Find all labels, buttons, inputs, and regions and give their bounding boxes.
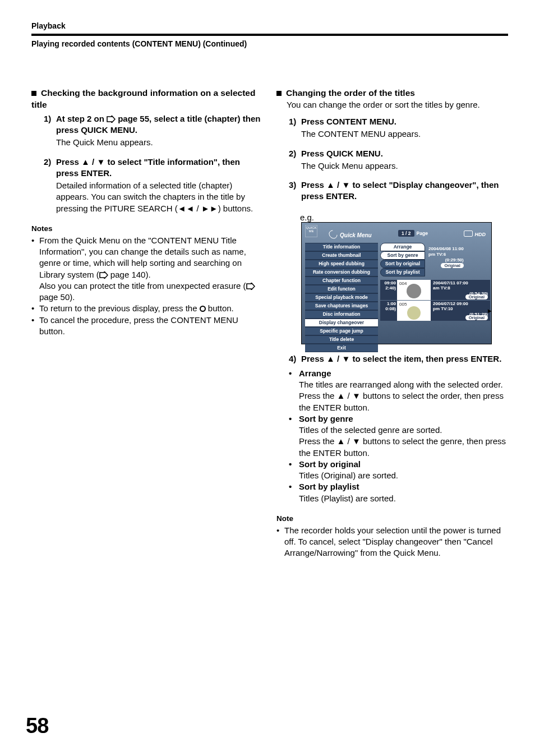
square-bullet-icon — [276, 91, 282, 96]
example-label: e.g. — [300, 213, 314, 222]
svg-point-2 — [407, 306, 421, 320]
thumb-info: 2004/06/08 11:00pm TV:6(0:29:50)Original — [428, 246, 464, 268]
step1-part-a: At step 2 on — [56, 114, 107, 123]
quick-menu-badge-icon: QUICKME — [305, 225, 317, 237]
menu-item: Specific page jump — [305, 327, 378, 335]
right-heading: Changing the order of the titles — [276, 87, 508, 99]
menu-item: Special playback mode — [305, 293, 378, 302]
step-number: 2) — [289, 148, 301, 159]
note-item: •The recorder holds your selection until… — [276, 525, 508, 559]
down-triangle-icon: ▼ — [352, 391, 361, 400]
right-step-1: 1)Press CONTENT MENU. The CONTENT MENU a… — [289, 116, 506, 140]
submenu-item-selected: Sort by genre — [380, 251, 425, 260]
note-item: •To cancel the procedure, press the CONT… — [31, 315, 263, 338]
step4-a: Press — [301, 354, 326, 363]
menu-item: Rate conversion dubbing — [305, 268, 378, 276]
step-number: 2) — [44, 156, 56, 179]
step1-text: Press CONTENT MENU. — [301, 116, 506, 127]
menu-item: Save chaptures images — [305, 302, 378, 310]
left-step-2: 2) Press ▲ / ▼ to select "Title informat… — [44, 156, 261, 214]
example-figure: e.g. QUICKME Quick Menu 1 / 2Page HDD Ti… — [300, 210, 508, 344]
page-ref-arrow-icon — [99, 271, 108, 279]
thumbnail-image-icon: 005 — [397, 301, 431, 321]
menu-item: Title information — [305, 243, 378, 251]
up-triangle-icon: ▲ — [326, 354, 335, 363]
menu-item: Chapter function — [305, 276, 378, 285]
right-step-3: 3)Press ▲ / ▼ to select "Display changeo… — [289, 179, 506, 202]
step-number: 1) — [289, 116, 301, 127]
menu-item: Edit functon — [305, 285, 378, 293]
option-genre: •Sort by genreTitles of the selected gen… — [289, 413, 508, 459]
notes-heading: Notes — [31, 224, 263, 233]
submenu-item: Arrange — [380, 243, 425, 251]
columns: Checking the background information on a… — [31, 87, 508, 559]
quick-menu-title: Quick Menu — [329, 231, 372, 238]
step2-part-a: Press — [56, 157, 81, 167]
thumb-row: 09:002:40) 004 2004/07/11 07:00am TV:8(0… — [380, 280, 490, 300]
page: Playback Playing recorded contents (CONT… — [0, 0, 535, 756]
left-column: Checking the background information on a… — [31, 87, 263, 559]
down-triangle-icon: ▼ — [342, 180, 350, 190]
right-triangle-icon: ▶ — [488, 308, 491, 314]
circle-button-icon — [200, 306, 206, 312]
up-triangle-icon: ▲ — [337, 391, 345, 400]
note-heading: Note — [276, 514, 508, 523]
option-original: •Sort by originalTitles (Original) are s… — [289, 459, 508, 482]
menu-item: Exit — [305, 344, 378, 352]
menu-item: High speed dubbing — [305, 260, 378, 268]
note-item: •To return to the previous display, pres… — [31, 303, 263, 314]
left-step-1: 1) At step 2 on page 55, select a title … — [44, 113, 261, 149]
step1-body: The CONTENT MENU appears. — [301, 128, 506, 140]
page-ref-arrow-icon — [107, 116, 116, 123]
menu-item: Create thumbnail — [305, 251, 378, 260]
down-triangle-icon: ▼ — [96, 157, 105, 167]
right-intro: You can change the order or sort the tit… — [287, 99, 508, 110]
page-number: 58 — [26, 714, 48, 738]
menu-item: Title delete — [305, 335, 378, 344]
ffwd-icon: ►► — [201, 204, 218, 213]
quick-menu-list: Title information Create thumbnail High … — [305, 243, 378, 352]
step2-body: The Quick Menu appears. — [301, 160, 506, 172]
page-ref-arrow-icon — [246, 283, 255, 290]
menu-item-selected: Display changeover — [305, 319, 378, 327]
submenu-item: Sort by playlist — [380, 268, 425, 276]
option-playlist: •Sort by playlistTitles (Playlist) are s… — [289, 481, 508, 504]
thumb-row: 1:000:08) 005 2004/07/12 09:00pm TV:10(0… — [380, 301, 490, 321]
step-number: 4) — [289, 353, 301, 365]
left-heading: Checking the background information on a… — [31, 87, 263, 111]
svg-text:005: 005 — [399, 302, 407, 307]
page-counter: 1 / 2Page — [398, 231, 428, 236]
right-heading-text: Changing the order of the titles — [286, 88, 415, 98]
submenu-list: Arrange Sort by genre Sort by original S… — [380, 243, 425, 276]
running-header: Playback — [31, 21, 508, 30]
step4-b: to select the item, then press ENTER. — [350, 354, 501, 363]
step1-body: The Quick Menu appears. — [56, 137, 261, 148]
header-rule — [31, 34, 508, 36]
up-triangle-icon: ▲ — [326, 180, 335, 190]
thumbnail-rows: 09:002:40) 004 2004/07/11 07:00am TV:8(0… — [380, 280, 490, 321]
rewind-icon: ◄◄ — [178, 204, 195, 213]
left-heading-text: Checking the background information on a… — [31, 88, 255, 109]
option-arrange: •ArrangeThe titles are rearranged along … — [289, 368, 508, 413]
hdd-label: HDD — [464, 231, 486, 237]
step-number: 3) — [289, 179, 301, 202]
notes-list: •From the Quick Menu on the "CONTENT MEN… — [31, 235, 263, 337]
page-subtitle: Playing recorded contents (CONTENT MENU)… — [31, 39, 508, 48]
svg-point-0 — [407, 284, 421, 298]
step3-a: Press — [301, 180, 326, 190]
step-number: 1) — [44, 113, 56, 136]
step2-text: Press QUICK MENU. — [301, 148, 506, 159]
thumbnail-image-icon: 004 — [397, 280, 431, 300]
right-step-2: 2)Press QUICK MENU. The Quick Menu appea… — [289, 148, 506, 172]
note-item: •From the Quick Menu on the "CONTENT MEN… — [31, 235, 263, 303]
step2-body: Detailed information of a selected title… — [56, 180, 261, 214]
up-triangle-icon: ▲ — [337, 436, 345, 446]
up-triangle-icon: ▲ — [81, 157, 90, 167]
quick-menu-screenshot: QUICKME Quick Menu 1 / 2Page HDD Title i… — [301, 222, 492, 344]
svg-text:004: 004 — [399, 281, 407, 286]
square-bullet-icon — [31, 91, 36, 96]
right-step-4: 4)Press ▲ / ▼ to select the item, then p… — [289, 353, 506, 365]
note-list: •The recorder holds your selection until… — [276, 525, 508, 559]
menu-item: Disc information — [305, 310, 378, 319]
submenu-item: Sort by original — [380, 260, 425, 268]
